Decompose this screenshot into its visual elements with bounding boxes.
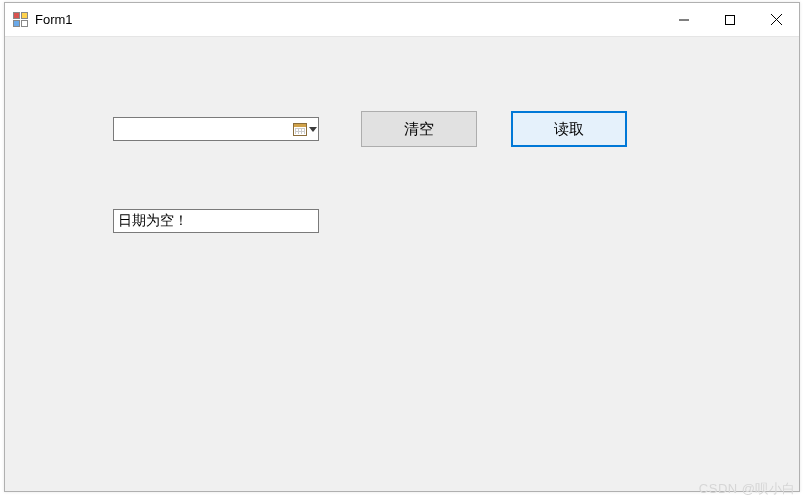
window-controls: [661, 3, 799, 36]
minimize-icon: [679, 15, 689, 25]
date-picker-dropdown-button[interactable]: [290, 118, 318, 140]
window-title: Form1: [35, 12, 73, 27]
chevron-down-icon: [309, 127, 317, 132]
maximize-icon: [725, 15, 735, 25]
calendar-icon: [293, 123, 307, 136]
svg-rect-1: [726, 15, 735, 24]
clear-button[interactable]: 清空: [361, 111, 477, 147]
date-picker-field[interactable]: [114, 118, 290, 140]
close-icon: [771, 14, 782, 25]
watermark-text: CSDN @呗小白: [699, 480, 796, 498]
app-icon: [13, 12, 29, 28]
minimize-button[interactable]: [661, 3, 707, 36]
read-button[interactable]: 读取: [511, 111, 627, 147]
maximize-button[interactable]: [707, 3, 753, 36]
date-picker[interactable]: [113, 117, 319, 141]
client-area: 清空 读取: [5, 37, 799, 491]
close-button[interactable]: [753, 3, 799, 36]
output-textbox[interactable]: [113, 209, 319, 233]
window-frame: Form1 清空 读取: [4, 2, 800, 492]
titlebar[interactable]: Form1: [5, 3, 799, 37]
